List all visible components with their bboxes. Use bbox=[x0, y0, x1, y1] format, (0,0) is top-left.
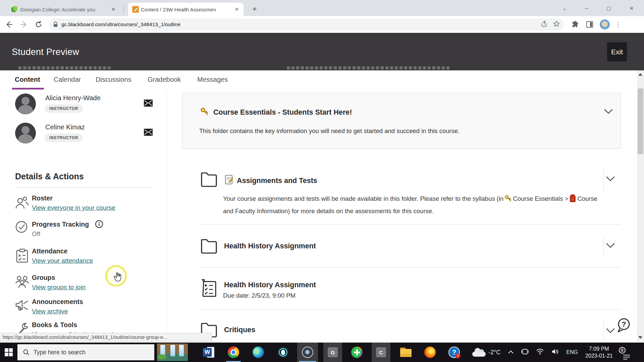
status-bar-url: https://gc.blackboard.com/ultra/courses/… bbox=[0, 333, 212, 342]
chevron-down-icon[interactable] bbox=[604, 109, 613, 116]
groups-link[interactable]: View groups to join bbox=[32, 284, 86, 291]
browser-menu-icon[interactable]: ⋮ bbox=[615, 21, 621, 28]
close-tab-icon[interactable]: ✕ bbox=[110, 6, 117, 13]
tab-discussions[interactable]: Discussions bbox=[96, 76, 131, 83]
taskbar-file-explorer-icon[interactable] bbox=[396, 343, 415, 362]
window-minimize-button[interactable]: ─ bbox=[579, 4, 594, 13]
clock-date: 2023-01-21 bbox=[585, 353, 613, 359]
groups-icon bbox=[15, 275, 29, 290]
divider bbox=[200, 309, 621, 310]
tab-search-chevron-icon[interactable]: ⌄ bbox=[557, 4, 572, 13]
taskbar-search-input[interactable]: Type here to search bbox=[17, 344, 154, 360]
close-tab-icon[interactable]: ✕ bbox=[233, 6, 240, 13]
tab-separator bbox=[123, 5, 124, 13]
attendance-link[interactable]: View your attendance bbox=[32, 257, 93, 264]
avatar bbox=[15, 94, 36, 114]
help-question-bubble-icon[interactable]: ? bbox=[616, 318, 630, 334]
role-badge: INSTRUCTOR bbox=[45, 133, 83, 142]
taskbar-chrome-icon[interactable] bbox=[224, 343, 243, 362]
tab-messages[interactable]: Messages bbox=[197, 76, 228, 83]
forward-button[interactable] bbox=[18, 19, 30, 30]
language-indicator[interactable]: ENG bbox=[566, 349, 578, 355]
content-row-title[interactable]: Critiques bbox=[224, 326, 255, 334]
search-icon bbox=[23, 349, 30, 356]
tab-gradebook[interactable]: Gradebook bbox=[148, 76, 181, 83]
window-close-button[interactable]: ✕ bbox=[624, 4, 639, 13]
windows-taskbar: Type here to search W G C bbox=[0, 343, 644, 362]
roster-link[interactable]: View everyone in your course bbox=[32, 204, 115, 212]
student-preview-bar: Student Preview Exit bbox=[0, 33, 644, 70]
side-panel-icon[interactable] bbox=[586, 20, 594, 28]
scrollbar[interactable] bbox=[637, 70, 644, 342]
scrollbar-thumb[interactable] bbox=[638, 88, 643, 154]
clock[interactable]: 7:09 PM 2023-01-21 bbox=[585, 345, 613, 359]
chevron-down-icon[interactable] bbox=[606, 328, 615, 335]
announcements-link[interactable]: View archive bbox=[32, 308, 68, 315]
taskbar-webcam-app-icon[interactable] bbox=[274, 343, 292, 362]
tab-title: Content / 23W Health Assessmen bbox=[141, 7, 231, 12]
svg-text:?: ? bbox=[622, 320, 626, 328]
attendance-icon bbox=[16, 249, 28, 264]
attendance-label: Attendance bbox=[32, 247, 67, 255]
scroll-up-arrow[interactable] bbox=[638, 73, 642, 76]
content-row-title[interactable]: Health History Assignment bbox=[224, 242, 316, 250]
active-tab-underline bbox=[12, 88, 44, 89]
message-envelope-icon[interactable] bbox=[144, 129, 153, 137]
windows-logo-icon bbox=[5, 348, 13, 356]
course-essentials-card: Course Essentials - Students Start Here!… bbox=[182, 93, 621, 149]
tab-title: Georgian College: Accelerate you bbox=[20, 7, 108, 12]
profile-avatar[interactable] bbox=[600, 19, 610, 29]
bookmark-star-icon[interactable] bbox=[553, 20, 560, 29]
instructor-name: Celine Kimaz bbox=[45, 123, 85, 131]
hand-cursor-icon bbox=[113, 272, 122, 284]
window-maximize-button[interactable]: ▢ bbox=[601, 4, 616, 13]
waterfall-thumbnail[interactable] bbox=[157, 344, 188, 361]
tray-wifi-icon[interactable] bbox=[536, 349, 544, 356]
taskbar-health-plus-icon[interactable] bbox=[347, 343, 366, 362]
row-separator bbox=[603, 235, 604, 257]
info-icon[interactable] bbox=[95, 220, 103, 230]
scroll-down-arrow[interactable] bbox=[638, 336, 642, 339]
taskbar-help-icon[interactable]: ?! bbox=[445, 343, 464, 362]
new-tab-button[interactable]: + bbox=[250, 5, 259, 14]
start-button[interactable] bbox=[0, 343, 17, 362]
weather-temperature[interactable]: -2°C bbox=[488, 349, 500, 356]
browser-tab-georgian[interactable]: Georgian College: Accelerate you ✕ bbox=[7, 3, 120, 16]
taskbar-word-icon[interactable]: W bbox=[199, 343, 218, 362]
reload-button[interactable] bbox=[33, 19, 44, 30]
taskbar-c-app-icon[interactable]: C bbox=[372, 343, 390, 362]
scrollbar-header-fill bbox=[637, 33, 644, 70]
content-row-title[interactable]: Assignments and Tests bbox=[224, 175, 317, 186]
taskbar-edge-icon[interactable] bbox=[249, 343, 268, 362]
message-envelope-icon[interactable] bbox=[144, 100, 153, 108]
back-button[interactable] bbox=[3, 19, 15, 30]
content-row-title[interactable]: Health History Assignment bbox=[224, 281, 316, 289]
url-text: gc.blackboard.com/ultra/courses/_348413_… bbox=[61, 21, 536, 27]
exit-preview-button[interactable]: Exit bbox=[607, 42, 627, 61]
search-placeholder: Type here to search bbox=[34, 349, 86, 356]
blackboard-pencil-favicon bbox=[132, 6, 139, 13]
tray-volume-icon[interactable] bbox=[551, 349, 559, 356]
chevron-down-icon[interactable] bbox=[606, 243, 615, 250]
tray-tablet-icon[interactable] bbox=[521, 349, 529, 356]
tab-calendar[interactable]: Calendar bbox=[54, 76, 81, 83]
clock-time: 7:09 PM bbox=[589, 346, 609, 352]
checklist-assignment-icon bbox=[201, 279, 218, 299]
tray-chevron-up-icon[interactable] bbox=[508, 349, 514, 355]
chevron-down-icon[interactable] bbox=[606, 176, 615, 183]
browser-tab-content[interactable]: Content / 23W Health Assessmen ✕ bbox=[128, 3, 244, 16]
taskbar-recorder-icon[interactable] bbox=[297, 343, 318, 362]
content-row-description: Your course assignments and tests will b… bbox=[223, 193, 598, 217]
progress-tracking-label: Progress Tracking bbox=[32, 221, 89, 228]
clipped-text-artifact bbox=[287, 66, 451, 69]
books-tools-label: Books & Tools bbox=[32, 321, 77, 329]
taskbar-g-app-icon[interactable]: G bbox=[323, 343, 342, 362]
tab-content[interactable]: Content bbox=[15, 76, 40, 83]
address-bar[interactable]: gc.blackboard.com/ultra/courses/_348413_… bbox=[49, 18, 564, 31]
folder-title[interactable]: Course Essentials - Students Start Here! bbox=[213, 108, 352, 117]
share-icon[interactable] bbox=[541, 20, 548, 29]
extensions-puzzle-icon[interactable] bbox=[571, 20, 579, 28]
weather-cloud-icon[interactable] bbox=[472, 348, 486, 357]
taskbar-firefox-icon[interactable] bbox=[421, 343, 439, 362]
key-icon bbox=[504, 194, 512, 205]
